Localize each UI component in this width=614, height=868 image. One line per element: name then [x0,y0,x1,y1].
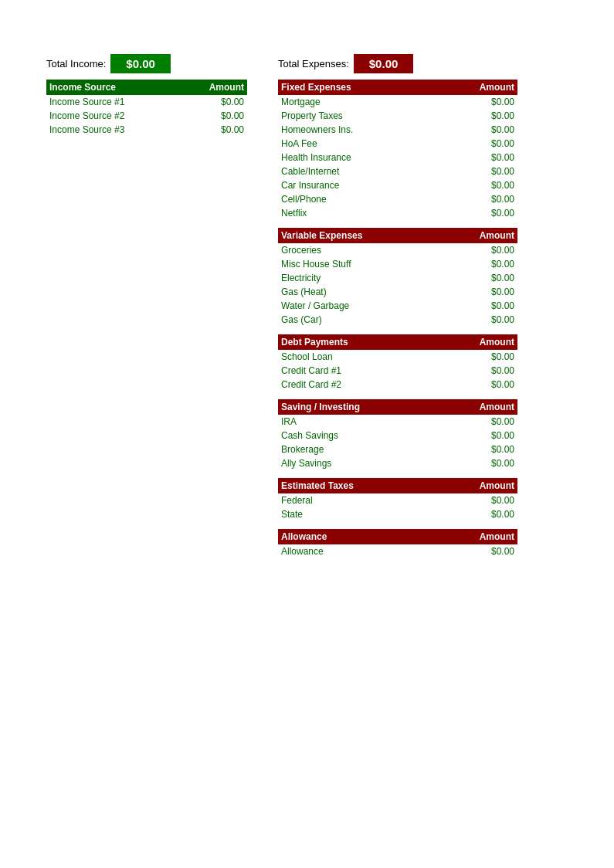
expense-row-amount[interactable]: $0.00 [468,287,514,297]
expense-row-amount[interactable]: $0.00 [468,166,514,177]
expense-row-label[interactable]: Cash Savings [281,430,468,441]
income-header: Income Source Amount [46,80,247,95]
expense-row-label[interactable]: Homeowners Ins. [281,124,468,135]
left-panel: Total Income: $0.00 Income Source Amount… [46,54,247,137]
expense-row-amount[interactable]: $0.00 [468,300,514,311]
expense-row: Gas (Car) $0.00 [278,313,517,327]
income-row-label[interactable]: Income Source #2 [49,110,198,121]
expense-row-amount[interactable]: $0.00 [468,259,514,270]
expense-sections: Fixed Expenses Amount Mortgage $0.00 Pro… [278,80,517,558]
expense-row: Cash Savings $0.00 [278,429,517,442]
expense-row-label[interactable]: Cable/Internet [281,166,468,177]
expense-row-amount[interactable]: $0.00 [468,138,514,149]
income-row-amount[interactable]: $0.00 [198,124,244,135]
expense-row-amount[interactable]: $0.00 [468,180,514,191]
expense-row: Misc House Stuff $0.00 [278,257,517,271]
total-income-row: Total Income: $0.00 [46,54,247,73]
expense-row-label[interactable]: School Loan [281,351,468,362]
expense-row-amount[interactable]: $0.00 [468,430,514,441]
expense-row: Property Taxes $0.00 [278,109,517,123]
expense-row: Federal $0.00 [278,493,517,507]
section-header-label: Debt Payments [281,337,468,348]
expense-row-amount[interactable]: $0.00 [468,194,514,205]
expense-row: Netflix $0.00 [278,206,517,220]
expense-row: Car Insurance $0.00 [278,178,517,192]
expense-row-amount[interactable]: $0.00 [468,152,514,163]
section-header-amount: Amount [468,531,514,542]
expense-row-label[interactable]: State [281,509,468,520]
expense-row-amount[interactable]: $0.00 [468,110,514,121]
expense-row-label[interactable]: Brokerage [281,444,468,455]
section-header-label: Allowance [281,531,468,542]
expense-row-amount[interactable]: $0.00 [468,245,514,256]
income-row: Income Source #3 $0.00 [46,123,247,137]
page-container: Total Income: $0.00 Income Source Amount… [0,0,614,612]
expense-row: Gas (Heat) $0.00 [278,285,517,299]
expense-row-amount[interactable]: $0.00 [468,458,514,469]
expense-row-amount[interactable]: $0.00 [468,365,514,376]
expense-row-label[interactable]: HoA Fee [281,138,468,149]
expense-row-amount[interactable]: $0.00 [468,379,514,390]
income-row-label[interactable]: Income Source #1 [49,97,198,107]
expense-row-label[interactable]: Federal [281,495,468,506]
expense-row-amount[interactable]: $0.00 [468,495,514,506]
expense-row-label[interactable]: Misc House Stuff [281,259,468,270]
expense-row-label[interactable]: Car Insurance [281,180,468,191]
expense-row-label[interactable]: Cell/Phone [281,194,468,205]
expense-row: Cable/Internet $0.00 [278,164,517,178]
total-income-label: Total Income: [46,58,106,70]
expense-row-amount[interactable]: $0.00 [468,416,514,427]
income-header-amount: Amount [198,82,244,93]
expense-row-amount[interactable]: $0.00 [468,208,514,219]
expense-row-label[interactable]: Health Insurance [281,152,468,163]
expense-row-amount[interactable]: $0.00 [468,124,514,135]
expense-row-label[interactable]: IRA [281,416,468,427]
expense-row-label[interactable]: Credit Card #1 [281,365,468,376]
expense-row-label[interactable]: Gas (Car) [281,314,468,325]
expense-row: Allowance $0.00 [278,544,517,558]
section-header-amount: Amount [468,402,514,412]
expense-row-label[interactable]: Property Taxes [281,110,468,121]
income-header-label: Income Source [49,82,198,93]
income-row-label[interactable]: Income Source #3 [49,124,198,135]
expense-row-amount[interactable]: $0.00 [468,97,514,107]
expense-row: Health Insurance $0.00 [278,151,517,164]
right-panel: Total Expenses: $0.00 Fixed Expenses Amo… [278,54,517,558]
expense-row: IRA $0.00 [278,415,517,429]
section-header-5: Allowance Amount [278,529,517,544]
expense-row: Groceries $0.00 [278,243,517,257]
expense-row-label[interactable]: Gas (Heat) [281,287,468,297]
expense-row: Brokerage $0.00 [278,442,517,456]
expense-row-label[interactable]: Electricity [281,273,468,283]
income-rows: Income Source #1 $0.00 Income Source #2 … [46,95,247,137]
expense-row-amount[interactable]: $0.00 [468,351,514,362]
expense-row-amount[interactable]: $0.00 [468,444,514,455]
expense-row-amount[interactable]: $0.00 [468,509,514,520]
expense-row-label[interactable]: Groceries [281,245,468,256]
section-header-amount: Amount [468,230,514,241]
expense-row-amount[interactable]: $0.00 [468,273,514,283]
section-header-label: Saving / Investing [281,402,468,412]
income-row-amount[interactable]: $0.00 [198,110,244,121]
expense-row-label[interactable]: Mortgage [281,97,468,107]
income-row-amount[interactable]: $0.00 [198,97,244,107]
expense-row-label[interactable]: Ally Savings [281,458,468,469]
expense-row: Homeowners Ins. $0.00 [278,123,517,137]
expense-row: Electricity $0.00 [278,271,517,285]
expense-row-label[interactable]: Credit Card #2 [281,379,468,390]
expense-row-label[interactable]: Allowance [281,546,468,557]
expense-row: State $0.00 [278,507,517,521]
section-header-amount: Amount [468,337,514,348]
section-header-label: Estimated Taxes [281,480,468,491]
expense-row: Water / Garbage $0.00 [278,299,517,313]
expense-row-label[interactable]: Netflix [281,208,468,219]
expense-row-label[interactable]: Water / Garbage [281,300,468,311]
total-expenses-label: Total Expenses: [278,58,349,70]
expense-row-amount[interactable]: $0.00 [468,546,514,557]
section-header-0: Fixed Expenses Amount [278,80,517,95]
expense-row: Mortgage $0.00 [278,95,517,109]
total-expenses-value: $0.00 [354,54,414,73]
section-header-2: Debt Payments Amount [278,334,517,350]
total-expenses-row: Total Expenses: $0.00 [278,54,517,73]
expense-row-amount[interactable]: $0.00 [468,314,514,325]
